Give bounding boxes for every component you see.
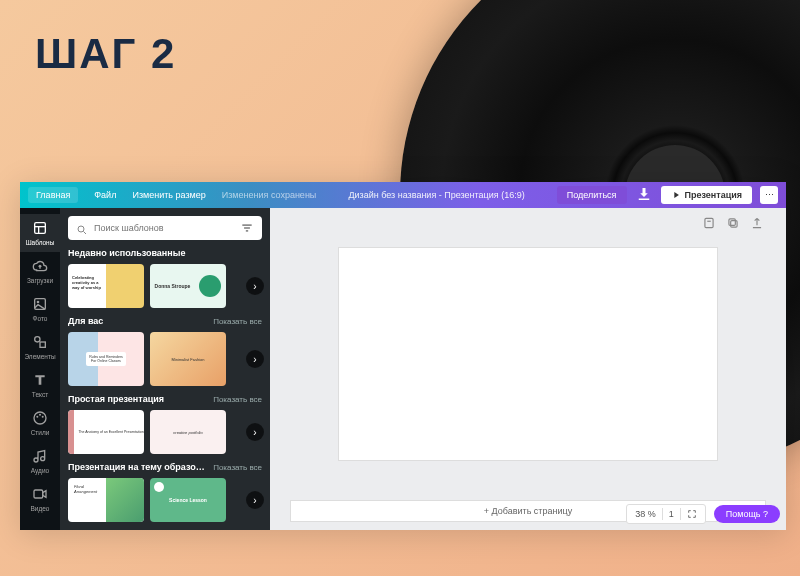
svg-point-9 xyxy=(39,414,41,416)
zoom-value: 38 % xyxy=(635,509,656,519)
scroll-right-button[interactable]: › xyxy=(246,350,264,368)
template-caption: Floral Arrangement xyxy=(68,478,106,500)
rail-label: Элементы xyxy=(24,353,55,360)
photo-icon xyxy=(32,296,48,312)
notes-icon[interactable] xyxy=(702,216,716,230)
svg-point-8 xyxy=(36,416,38,418)
play-icon xyxy=(671,190,681,200)
template-thumb[interactable]: Donna Stroupe xyxy=(150,264,226,308)
palette-icon xyxy=(32,410,48,426)
rail-label: Аудио xyxy=(31,467,49,474)
svg-point-4 xyxy=(37,301,40,304)
document-title[interactable]: Дизайн без названия - Презентация (16:9) xyxy=(316,190,556,200)
rail-uploads[interactable]: Загрузки xyxy=(20,252,60,290)
page-wrap xyxy=(270,208,786,500)
more-button[interactable]: ⋯ xyxy=(760,186,778,204)
show-all-link[interactable]: Показать все xyxy=(213,317,262,326)
canva-app: Главная Файл Изменить размер Изменения с… xyxy=(20,182,786,530)
left-rail: Шаблоны Загрузки Фото Элементы Текст Сти… xyxy=(20,208,60,530)
save-status: Изменения сохранены xyxy=(222,190,317,200)
help-button[interactable]: Помощь ? xyxy=(714,505,780,523)
present-label: Презентация xyxy=(685,190,743,200)
scroll-right-button[interactable]: › xyxy=(246,423,264,441)
template-thumb[interactable]: The Anatomy of an Excellent Presentation xyxy=(68,410,144,454)
section-recent: Недавно использованные Celebrating creat… xyxy=(60,248,270,308)
video-icon xyxy=(32,486,48,502)
templates-panel: Недавно использованные Celebrating creat… xyxy=(60,208,270,530)
rail-video[interactable]: Видео xyxy=(20,480,60,518)
canvas-area: + Добавить страницу 38 % 1 Помощь ? xyxy=(270,208,786,530)
svg-rect-11 xyxy=(34,490,43,498)
svg-rect-19 xyxy=(731,221,737,227)
section-simple: Простая презентацияПоказать все The Anat… xyxy=(60,394,270,454)
bottom-bar: 38 % 1 Помощь ? xyxy=(626,504,780,524)
download-button[interactable] xyxy=(635,185,653,205)
search-icon xyxy=(76,222,88,234)
app-body: Шаблоны Загрузки Фото Элементы Текст Сти… xyxy=(20,208,786,530)
svg-point-5 xyxy=(35,337,40,342)
search-box[interactable] xyxy=(68,216,262,240)
file-menu[interactable]: Файл xyxy=(94,190,116,200)
zoom-control[interactable]: 38 % 1 xyxy=(626,504,706,524)
template-caption: The Anatomy of an Excellent Presentation xyxy=(68,430,143,434)
search-input[interactable] xyxy=(94,223,234,233)
fullscreen-icon[interactable] xyxy=(687,509,697,519)
section-foryou: Для васПоказать все Rules and Reminders … xyxy=(60,316,270,386)
rail-styles[interactable]: Стили xyxy=(20,404,60,442)
template-caption: Science Lesson xyxy=(169,497,207,503)
topbar-right: Поделиться Презентация ⋯ xyxy=(557,185,778,205)
page-tools xyxy=(702,216,764,230)
scroll-right-button[interactable]: › xyxy=(246,277,264,295)
svg-line-13 xyxy=(84,232,87,235)
share-button[interactable]: Поделиться xyxy=(557,186,627,204)
resize-menu[interactable]: Изменить размер xyxy=(132,190,205,200)
template-sections: Недавно использованные Celebrating creat… xyxy=(60,248,270,530)
text-icon xyxy=(32,372,48,388)
rail-label: Текст xyxy=(32,391,48,398)
rail-text[interactable]: Текст xyxy=(20,366,60,404)
rail-label: Шаблоны xyxy=(26,239,55,246)
template-caption: Minimalist Fashion xyxy=(171,357,204,362)
template-caption: Celebrating creativity as a way of worsh… xyxy=(72,276,104,290)
cloud-upload-icon xyxy=(32,258,48,274)
svg-point-12 xyxy=(78,226,84,232)
svg-rect-0 xyxy=(35,223,46,234)
rail-photo[interactable]: Фото xyxy=(20,290,60,328)
filter-icon[interactable] xyxy=(240,221,254,235)
template-thumb[interactable]: Celebrating creativity as a way of worsh… xyxy=(68,264,144,308)
shapes-icon xyxy=(32,334,48,350)
templates-icon xyxy=(32,220,48,236)
rail-elements[interactable]: Элементы xyxy=(20,328,60,366)
step-title: ШАГ 2 xyxy=(35,30,176,78)
svg-rect-20 xyxy=(729,219,735,225)
template-thumb[interactable]: Rules and Reminders For Online Classes xyxy=(68,332,144,386)
home-button[interactable]: Главная xyxy=(28,187,78,203)
section-education: Презентация на тему образо…Показать все … xyxy=(60,462,270,522)
music-note-icon xyxy=(32,448,48,464)
template-thumb[interactable]: Minimalist Fashion xyxy=(150,332,226,386)
template-thumb[interactable]: creative portfolio xyxy=(150,410,226,454)
rail-label: Стили xyxy=(31,429,50,436)
present-button[interactable]: Презентация xyxy=(661,186,753,204)
show-all-link[interactable]: Показать все xyxy=(213,395,262,404)
template-caption: Donna Stroupe xyxy=(155,283,191,289)
download-icon xyxy=(635,185,653,203)
scroll-right-button[interactable]: › xyxy=(246,491,264,509)
rail-label: Фото xyxy=(33,315,48,322)
rail-audio[interactable]: Аудио xyxy=(20,442,60,480)
template-caption: Rules and Reminders For Online Classes xyxy=(86,352,126,366)
section-title: Для вас xyxy=(68,316,103,326)
template-thumb[interactable]: Science Lesson xyxy=(150,478,226,522)
page-count: 1 xyxy=(669,509,674,519)
duplicate-icon[interactable] xyxy=(726,216,740,230)
rail-templates[interactable]: Шаблоны xyxy=(20,214,60,252)
topbar-left: Главная Файл Изменить размер Изменения с… xyxy=(28,187,316,203)
rail-label: Загрузки xyxy=(27,277,53,284)
show-all-link[interactable]: Показать все xyxy=(213,463,262,472)
page-canvas[interactable] xyxy=(338,247,718,461)
svg-rect-6 xyxy=(40,342,45,347)
section-title: Презентация на тему образо… xyxy=(68,462,205,472)
template-thumb[interactable]: Floral Arrangement xyxy=(68,478,144,522)
upload-icon[interactable] xyxy=(750,216,764,230)
rail-label: Видео xyxy=(31,505,50,512)
